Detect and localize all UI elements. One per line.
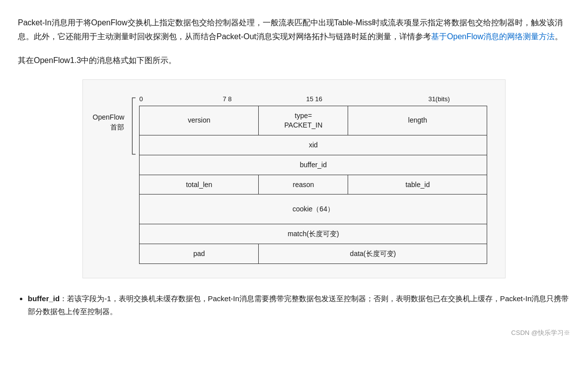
- bracket-symbol: [129, 94, 139, 158]
- ruler-78: 7 8: [222, 94, 231, 105]
- intro-paragraph-1: Packet-In消息用于将OpenFlow交换机上指定数据包交给控制器处理，一…: [18, 16, 570, 44]
- cell-xid: xid: [140, 135, 487, 155]
- table-row: version type=PACKET_IN length: [140, 106, 487, 135]
- bullet-text: ：若该字段为-1，表明交换机未缓存数据包，Packet-In消息需要携带完整数据…: [28, 294, 569, 316]
- cell-length: length: [348, 106, 487, 135]
- diagram-inner: OpenFlow 首部 0 7 8 15 16 31(bits): [93, 94, 488, 264]
- table-row: xid: [140, 135, 487, 155]
- table-row: match(长度可变): [140, 224, 487, 244]
- packet-in-table: version type=PACKET_IN length xid buffer…: [139, 106, 487, 264]
- diagram-box: OpenFlow 首部 0 7 8 15 16 31(bits): [82, 79, 506, 278]
- cell-total-len: total_len: [140, 175, 259, 195]
- table-row: total_len reason table_id: [140, 175, 487, 195]
- cell-table-id: table_id: [348, 175, 487, 195]
- cell-type: type=PACKET_IN: [259, 106, 348, 135]
- csdn-watermark: CSDN @快乐学习※: [18, 327, 570, 338]
- table-row: cookie（64）: [140, 195, 487, 224]
- cell-pad: pad: [140, 244, 259, 264]
- bullet-key: buffer_id: [28, 294, 60, 303]
- cell-match: match(长度可变): [140, 224, 487, 244]
- bullet-list: buffer_id：若该字段为-1，表明交换机未缓存数据包，Packet-In消…: [18, 292, 570, 319]
- cell-buffer-id: buffer_id: [140, 155, 487, 175]
- ruler-31: 31(bits): [428, 94, 449, 105]
- openflow-header-label: OpenFlow 首部: [93, 94, 125, 132]
- cell-data: data(长度可变): [259, 244, 487, 264]
- ruler-0: 0: [139, 94, 143, 105]
- openflow-link[interactable]: 基于OpenFlow消息的网络测量方法: [431, 32, 555, 41]
- cell-reason: reason: [259, 175, 348, 195]
- table-row: pad data(长度可变): [140, 244, 487, 264]
- bit-ruler: 0 7 8 15 16 31(bits): [139, 94, 457, 106]
- ruler-1516: 15 16: [306, 94, 322, 105]
- cell-version: version: [140, 106, 259, 135]
- intro-paragraph-2: 其在OpenFlow1.3中的消息格式如下图所示。: [18, 54, 570, 67]
- cell-cookie: cookie（64）: [140, 195, 487, 224]
- packet-in-diagram: OpenFlow 首部 0 7 8 15 16 31(bits): [18, 79, 570, 278]
- list-item-buffer-id: buffer_id：若该字段为-1，表明交换机未缓存数据包，Packet-In消…: [28, 292, 570, 319]
- table-row: buffer_id: [140, 155, 487, 175]
- table-container: 0 7 8 15 16 31(bits) version type=PACKET…: [139, 94, 487, 264]
